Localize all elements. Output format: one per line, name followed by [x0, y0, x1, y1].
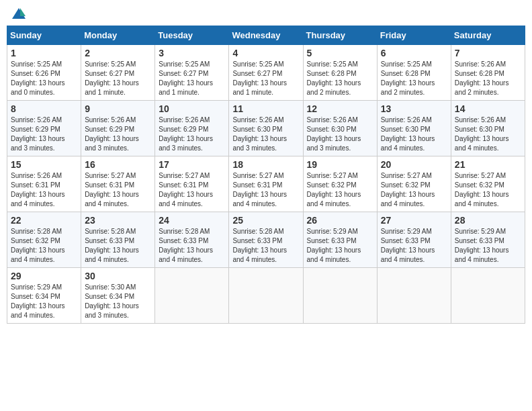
calendar-cell: 24Sunrise: 5:28 AMSunset: 6:33 PMDayligh…: [155, 212, 229, 268]
day-number: 27: [381, 215, 447, 226]
calendar-week-1: 1Sunrise: 5:25 AMSunset: 6:26 PMDaylight…: [7, 45, 525, 101]
day-info: Sunrise: 5:25 AMSunset: 6:27 PMDaylight:…: [159, 60, 225, 97]
calendar-cell: 7Sunrise: 5:26 AMSunset: 6:28 PMDaylight…: [451, 45, 525, 101]
day-info: Sunrise: 5:25 AMSunset: 6:27 PMDaylight:…: [85, 60, 151, 97]
calendar-cell: [303, 268, 377, 324]
day-number: 8: [11, 103, 77, 114]
day-info: Sunrise: 5:26 AMSunset: 6:30 PMDaylight:…: [232, 116, 299, 153]
day-number: 23: [85, 215, 151, 226]
calendar-cell: 11Sunrise: 5:26 AMSunset: 6:30 PMDayligh…: [229, 101, 303, 156]
day-number: 2: [85, 48, 151, 58]
calendar-cell: 22Sunrise: 5:28 AMSunset: 6:32 PMDayligh…: [7, 212, 81, 268]
calendar-cell: 6Sunrise: 5:25 AMSunset: 6:28 PMDaylight…: [377, 45, 451, 101]
calendar-cell: 18Sunrise: 5:27 AMSunset: 6:31 PMDayligh…: [229, 156, 303, 212]
calendar-cell: 2Sunrise: 5:25 AMSunset: 6:27 PMDaylight…: [81, 45, 155, 101]
calendar-cell: 19Sunrise: 5:27 AMSunset: 6:32 PMDayligh…: [303, 156, 377, 212]
calendar-cell: 28Sunrise: 5:29 AMSunset: 6:33 PMDayligh…: [451, 212, 525, 268]
calendar-cell: 25Sunrise: 5:28 AMSunset: 6:33 PMDayligh…: [229, 212, 303, 268]
day-info: Sunrise: 5:30 AMSunset: 6:34 PMDaylight:…: [85, 283, 151, 320]
day-info: Sunrise: 5:26 AMSunset: 6:29 PMDaylight:…: [11, 116, 77, 153]
weekday-header-row: SundayMondayTuesdayWednesdayThursdayFrid…: [7, 26, 525, 45]
day-number: 28: [455, 215, 521, 226]
day-info: Sunrise: 5:26 AMSunset: 6:30 PMDaylight:…: [455, 116, 521, 153]
calendar-cell: 21Sunrise: 5:27 AMSunset: 6:32 PMDayligh…: [451, 156, 525, 212]
day-info: Sunrise: 5:28 AMSunset: 6:33 PMDaylight:…: [232, 227, 299, 265]
weekday-header-monday: Monday: [81, 26, 155, 45]
day-info: Sunrise: 5:29 AMSunset: 6:33 PMDaylight:…: [307, 227, 373, 265]
calendar-cell: 13Sunrise: 5:26 AMSunset: 6:30 PMDayligh…: [377, 101, 451, 156]
day-number: 29: [11, 271, 77, 281]
day-number: 30: [85, 271, 151, 281]
day-info: Sunrise: 5:27 AMSunset: 6:31 PMDaylight:…: [232, 171, 299, 209]
logo: [9, 7, 27, 20]
day-number: 13: [381, 103, 447, 114]
day-info: Sunrise: 5:28 AMSunset: 6:32 PMDaylight:…: [11, 227, 77, 265]
day-info: Sunrise: 5:27 AMSunset: 6:31 PMDaylight:…: [85, 171, 151, 209]
calendar-cell: 12Sunrise: 5:26 AMSunset: 6:30 PMDayligh…: [303, 101, 377, 156]
day-info: Sunrise: 5:26 AMSunset: 6:30 PMDaylight:…: [307, 116, 373, 153]
calendar-week-3: 15Sunrise: 5:26 AMSunset: 6:31 PMDayligh…: [7, 156, 525, 212]
calendar-cell: [451, 268, 525, 324]
day-number: 1: [11, 48, 77, 58]
calendar-cell: 16Sunrise: 5:27 AMSunset: 6:31 PMDayligh…: [81, 156, 155, 212]
day-number: 10: [159, 103, 225, 114]
day-number: 3: [159, 48, 225, 58]
day-info: Sunrise: 5:28 AMSunset: 6:33 PMDaylight:…: [159, 227, 225, 265]
day-number: 4: [232, 48, 299, 58]
day-number: 19: [307, 159, 373, 170]
day-info: Sunrise: 5:25 AMSunset: 6:28 PMDaylight:…: [307, 60, 373, 97]
day-number: 6: [381, 48, 447, 58]
calendar-cell: 17Sunrise: 5:27 AMSunset: 6:31 PMDayligh…: [155, 156, 229, 212]
calendar-week-2: 8Sunrise: 5:26 AMSunset: 6:29 PMDaylight…: [7, 101, 525, 156]
day-number: 12: [307, 103, 373, 114]
calendar-cell: [155, 268, 229, 324]
page-header: [7, 7, 525, 20]
calendar-cell: 15Sunrise: 5:26 AMSunset: 6:31 PMDayligh…: [7, 156, 81, 212]
day-number: 25: [232, 215, 299, 226]
day-number: 7: [455, 48, 521, 58]
calendar-cell: 1Sunrise: 5:25 AMSunset: 6:26 PMDaylight…: [7, 45, 81, 101]
weekday-header-tuesday: Tuesday: [155, 26, 229, 45]
day-info: Sunrise: 5:28 AMSunset: 6:33 PMDaylight:…: [85, 227, 151, 265]
calendar-cell: [377, 268, 451, 324]
day-number: 18: [232, 159, 299, 170]
day-info: Sunrise: 5:26 AMSunset: 6:29 PMDaylight:…: [159, 116, 225, 153]
day-number: 14: [455, 103, 521, 114]
calendar-cell: 9Sunrise: 5:26 AMSunset: 6:29 PMDaylight…: [81, 101, 155, 156]
calendar-cell: 30Sunrise: 5:30 AMSunset: 6:34 PMDayligh…: [81, 268, 155, 324]
day-number: 11: [232, 103, 299, 114]
day-info: Sunrise: 5:27 AMSunset: 6:32 PMDaylight:…: [455, 171, 521, 209]
day-number: 20: [381, 159, 447, 170]
calendar-cell: 10Sunrise: 5:26 AMSunset: 6:29 PMDayligh…: [155, 101, 229, 156]
day-info: Sunrise: 5:25 AMSunset: 6:27 PMDaylight:…: [232, 60, 299, 97]
day-info: Sunrise: 5:29 AMSunset: 6:34 PMDaylight:…: [11, 283, 77, 320]
calendar-cell: 4Sunrise: 5:25 AMSunset: 6:27 PMDaylight…: [229, 45, 303, 101]
day-number: 17: [159, 159, 225, 170]
weekday-header-wednesday: Wednesday: [229, 26, 303, 45]
calendar-cell: 23Sunrise: 5:28 AMSunset: 6:33 PMDayligh…: [81, 212, 155, 268]
day-info: Sunrise: 5:25 AMSunset: 6:28 PMDaylight:…: [381, 60, 447, 97]
calendar-cell: 3Sunrise: 5:25 AMSunset: 6:27 PMDaylight…: [155, 45, 229, 101]
calendar-cell: 14Sunrise: 5:26 AMSunset: 6:30 PMDayligh…: [451, 101, 525, 156]
calendar-cell: 29Sunrise: 5:29 AMSunset: 6:34 PMDayligh…: [7, 268, 81, 324]
day-info: Sunrise: 5:25 AMSunset: 6:26 PMDaylight:…: [11, 60, 77, 97]
weekday-header-sunday: Sunday: [7, 26, 81, 45]
calendar-week-5: 29Sunrise: 5:29 AMSunset: 6:34 PMDayligh…: [7, 268, 525, 324]
day-number: 16: [85, 159, 151, 170]
calendar-cell: 27Sunrise: 5:29 AMSunset: 6:33 PMDayligh…: [377, 212, 451, 268]
day-info: Sunrise: 5:26 AMSunset: 6:30 PMDaylight:…: [381, 116, 447, 153]
logo-icon: [11, 7, 27, 20]
day-number: 9: [85, 103, 151, 114]
svg-marker-1: [20, 8, 26, 16]
day-info: Sunrise: 5:26 AMSunset: 6:28 PMDaylight:…: [455, 60, 521, 97]
calendar-cell: 8Sunrise: 5:26 AMSunset: 6:29 PMDaylight…: [7, 101, 81, 156]
day-number: 15: [11, 159, 77, 170]
day-info: Sunrise: 5:26 AMSunset: 6:31 PMDaylight:…: [11, 171, 77, 209]
day-number: 21: [455, 159, 521, 170]
day-info: Sunrise: 5:27 AMSunset: 6:31 PMDaylight:…: [159, 171, 225, 209]
day-number: 22: [11, 215, 77, 226]
day-number: 26: [307, 215, 373, 226]
calendar-cell: [229, 268, 303, 324]
weekday-header-thursday: Thursday: [303, 26, 377, 45]
day-number: 5: [307, 48, 373, 58]
